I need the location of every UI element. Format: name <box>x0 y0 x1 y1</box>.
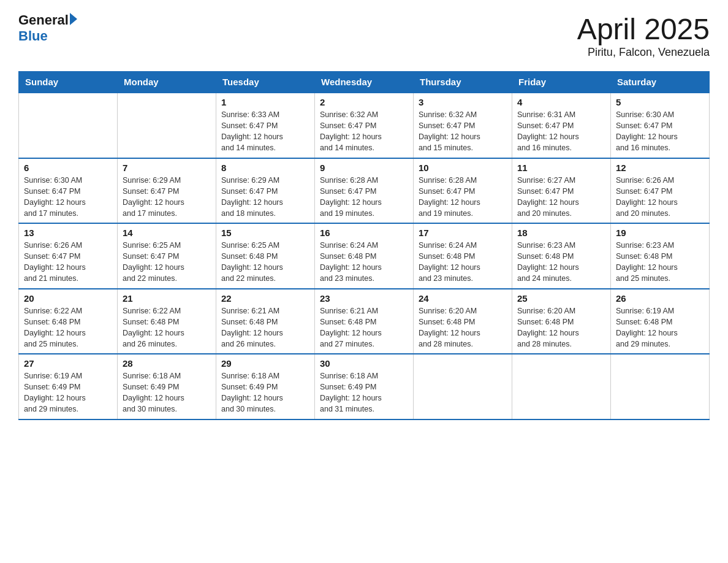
day-number: 30 <box>320 358 408 369</box>
calendar-cell: 3Sunrise: 6:32 AM Sunset: 6:47 PM Daylig… <box>414 93 512 158</box>
calendar-cell: 1Sunrise: 6:33 AM Sunset: 6:47 PM Daylig… <box>216 93 315 158</box>
calendar-cell: 22Sunrise: 6:21 AM Sunset: 6:48 PM Dayli… <box>216 289 315 354</box>
calendar-cell: 26Sunrise: 6:19 AM Sunset: 6:48 PM Dayli… <box>611 289 710 354</box>
calendar-cell: 6Sunrise: 6:30 AM Sunset: 6:47 PM Daylig… <box>19 158 118 224</box>
day-info: Sunrise: 6:24 AM Sunset: 6:48 PM Dayligh… <box>320 240 408 285</box>
day-info: Sunrise: 6:23 AM Sunset: 6:48 PM Dayligh… <box>517 240 605 285</box>
day-number: 3 <box>419 97 507 107</box>
day-number: 1 <box>221 97 309 107</box>
day-number: 10 <box>419 163 507 173</box>
day-info: Sunrise: 6:20 AM Sunset: 6:48 PM Dayligh… <box>517 305 605 350</box>
day-number: 19 <box>616 228 704 238</box>
day-number: 13 <box>24 228 112 238</box>
page-header: General Blue April 2025 Piritu, Falcon, … <box>18 12 710 59</box>
day-info: Sunrise: 6:25 AM Sunset: 6:47 PM Dayligh… <box>123 240 211 285</box>
calendar-cell <box>611 354 710 419</box>
day-info: Sunrise: 6:20 AM Sunset: 6:48 PM Dayligh… <box>419 305 507 350</box>
column-header-wednesday: Wednesday <box>315 72 414 93</box>
day-number: 7 <box>123 163 211 173</box>
day-info: Sunrise: 6:21 AM Sunset: 6:48 PM Dayligh… <box>320 305 408 350</box>
logo-text-general: General <box>18 12 69 28</box>
day-number: 22 <box>221 293 309 304</box>
calendar-cell: 7Sunrise: 6:29 AM Sunset: 6:47 PM Daylig… <box>118 158 216 224</box>
logo-wordmark: General Blue <box>18 12 77 44</box>
calendar-cell: 8Sunrise: 6:29 AM Sunset: 6:47 PM Daylig… <box>216 158 315 224</box>
calendar-cell <box>19 93 118 158</box>
calendar-cell: 19Sunrise: 6:23 AM Sunset: 6:48 PM Dayli… <box>611 223 710 289</box>
calendar-cell <box>118 93 216 158</box>
column-header-tuesday: Tuesday <box>216 72 315 93</box>
calendar-cell: 14Sunrise: 6:25 AM Sunset: 6:47 PM Dayli… <box>118 223 216 289</box>
day-info: Sunrise: 6:23 AM Sunset: 6:48 PM Dayligh… <box>616 240 704 285</box>
day-info: Sunrise: 6:18 AM Sunset: 6:49 PM Dayligh… <box>221 370 309 415</box>
day-info: Sunrise: 6:32 AM Sunset: 6:47 PM Dayligh… <box>419 109 507 154</box>
day-number: 6 <box>24 163 112 173</box>
day-info: Sunrise: 6:26 AM Sunset: 6:47 PM Dayligh… <box>616 175 704 220</box>
calendar-week-row: 1Sunrise: 6:33 AM Sunset: 6:47 PM Daylig… <box>19 93 710 158</box>
calendar-table: SundayMondayTuesdayWednesdayThursdayFrid… <box>18 71 710 420</box>
logo: General Blue <box>18 12 77 44</box>
day-info: Sunrise: 6:22 AM Sunset: 6:48 PM Dayligh… <box>24 305 112 350</box>
day-info: Sunrise: 6:32 AM Sunset: 6:47 PM Dayligh… <box>320 109 408 154</box>
calendar-cell: 20Sunrise: 6:22 AM Sunset: 6:48 PM Dayli… <box>19 289 118 354</box>
calendar-cell: 29Sunrise: 6:18 AM Sunset: 6:49 PM Dayli… <box>216 354 315 419</box>
calendar-cell: 2Sunrise: 6:32 AM Sunset: 6:47 PM Daylig… <box>315 93 414 158</box>
calendar-cell: 4Sunrise: 6:31 AM Sunset: 6:47 PM Daylig… <box>512 93 611 158</box>
day-number: 17 <box>419 228 507 238</box>
title-section: April 2025 Piritu, Falcon, Venezuela <box>577 12 710 59</box>
day-info: Sunrise: 6:25 AM Sunset: 6:48 PM Dayligh… <box>221 240 309 285</box>
calendar-cell: 5Sunrise: 6:30 AM Sunset: 6:47 PM Daylig… <box>611 93 710 158</box>
day-number: 25 <box>517 293 605 304</box>
day-info: Sunrise: 6:30 AM Sunset: 6:47 PM Dayligh… <box>24 175 112 220</box>
day-number: 16 <box>320 228 408 238</box>
day-info: Sunrise: 6:21 AM Sunset: 6:48 PM Dayligh… <box>221 305 309 350</box>
calendar-cell <box>512 354 611 419</box>
calendar-cell: 13Sunrise: 6:26 AM Sunset: 6:47 PM Dayli… <box>19 223 118 289</box>
day-info: Sunrise: 6:19 AM Sunset: 6:49 PM Dayligh… <box>24 370 112 415</box>
calendar-week-row: 20Sunrise: 6:22 AM Sunset: 6:48 PM Dayli… <box>19 289 710 354</box>
column-header-friday: Friday <box>512 72 611 93</box>
calendar-title: April 2025 <box>577 12 710 46</box>
calendar-cell: 10Sunrise: 6:28 AM Sunset: 6:47 PM Dayli… <box>414 158 512 224</box>
day-number: 18 <box>517 228 605 238</box>
day-info: Sunrise: 6:26 AM Sunset: 6:47 PM Dayligh… <box>24 240 112 285</box>
calendar-week-row: 27Sunrise: 6:19 AM Sunset: 6:49 PM Dayli… <box>19 354 710 419</box>
logo-text-blue: Blue <box>18 28 48 44</box>
day-info: Sunrise: 6:33 AM Sunset: 6:47 PM Dayligh… <box>221 109 309 154</box>
day-number: 14 <box>123 228 211 238</box>
day-info: Sunrise: 6:27 AM Sunset: 6:47 PM Dayligh… <box>517 175 605 220</box>
calendar-cell: 30Sunrise: 6:18 AM Sunset: 6:49 PM Dayli… <box>315 354 414 419</box>
day-info: Sunrise: 6:24 AM Sunset: 6:48 PM Dayligh… <box>419 240 507 285</box>
day-info: Sunrise: 6:18 AM Sunset: 6:49 PM Dayligh… <box>123 370 211 415</box>
day-number: 11 <box>517 163 605 173</box>
day-number: 29 <box>221 358 309 369</box>
calendar-cell: 17Sunrise: 6:24 AM Sunset: 6:48 PM Dayli… <box>414 223 512 289</box>
day-info: Sunrise: 6:30 AM Sunset: 6:47 PM Dayligh… <box>616 109 704 154</box>
day-info: Sunrise: 6:22 AM Sunset: 6:48 PM Dayligh… <box>123 305 211 350</box>
calendar-cell: 16Sunrise: 6:24 AM Sunset: 6:48 PM Dayli… <box>315 223 414 289</box>
day-info: Sunrise: 6:29 AM Sunset: 6:47 PM Dayligh… <box>221 175 309 220</box>
day-number: 26 <box>616 293 704 304</box>
calendar-cell: 27Sunrise: 6:19 AM Sunset: 6:49 PM Dayli… <box>19 354 118 419</box>
day-info: Sunrise: 6:28 AM Sunset: 6:47 PM Dayligh… <box>419 175 507 220</box>
calendar-cell: 23Sunrise: 6:21 AM Sunset: 6:48 PM Dayli… <box>315 289 414 354</box>
calendar-week-row: 6Sunrise: 6:30 AM Sunset: 6:47 PM Daylig… <box>19 158 710 224</box>
day-number: 15 <box>221 228 309 238</box>
column-header-sunday: Sunday <box>19 72 118 93</box>
day-info: Sunrise: 6:19 AM Sunset: 6:48 PM Dayligh… <box>616 305 704 350</box>
calendar-cell: 28Sunrise: 6:18 AM Sunset: 6:49 PM Dayli… <box>118 354 216 419</box>
day-number: 9 <box>320 163 408 173</box>
calendar-cell: 11Sunrise: 6:27 AM Sunset: 6:47 PM Dayli… <box>512 158 611 224</box>
day-number: 20 <box>24 293 112 304</box>
calendar-cell <box>414 354 512 419</box>
column-header-thursday: Thursday <box>414 72 512 93</box>
calendar-week-row: 13Sunrise: 6:26 AM Sunset: 6:47 PM Dayli… <box>19 223 710 289</box>
day-number: 28 <box>123 358 211 369</box>
day-number: 8 <box>221 163 309 173</box>
calendar-cell: 25Sunrise: 6:20 AM Sunset: 6:48 PM Dayli… <box>512 289 611 354</box>
day-number: 27 <box>24 358 112 369</box>
day-info: Sunrise: 6:31 AM Sunset: 6:47 PM Dayligh… <box>517 109 605 154</box>
calendar-cell: 18Sunrise: 6:23 AM Sunset: 6:48 PM Dayli… <box>512 223 611 289</box>
calendar-cell: 9Sunrise: 6:28 AM Sunset: 6:47 PM Daylig… <box>315 158 414 224</box>
logo-arrow-icon <box>70 13 77 25</box>
